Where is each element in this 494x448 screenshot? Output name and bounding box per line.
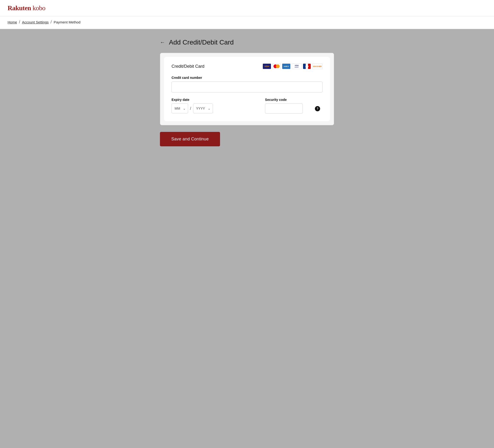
expiry-year-wrapper: YYYY 2024202520262027 2028202920302031 2…: [193, 103, 213, 114]
security-code-label: Security code: [265, 98, 322, 102]
breadcrumb-separator-2: /: [51, 20, 52, 25]
expiry-separator: /: [190, 106, 191, 111]
expiry-month-wrapper: MM 01020304 05060708 09101112: [172, 103, 188, 114]
breadcrumb: Home / Account Settings / Payment Method: [0, 16, 494, 29]
expiry-year-select[interactable]: YYYY 2024202520262027 2028202920302031 2…: [193, 103, 213, 114]
mastercard-icon: [272, 64, 281, 69]
security-input-wrapper: ?: [265, 103, 322, 114]
card-form-container: Credit/Debit Card VISA AMEX: [160, 53, 334, 125]
visa-debit-icon: VISA DEBIT: [292, 64, 302, 69]
expiry-label: Expiry date: [172, 98, 254, 102]
breadcrumb-separator-1: /: [19, 20, 20, 25]
security-help-icon[interactable]: ?: [315, 106, 320, 111]
expiry-inputs: MM 01020304 05060708 09101112 / YYYY 202…: [172, 103, 254, 114]
card-form-inner: Credit/Debit Card VISA AMEX: [164, 57, 330, 121]
breadcrumb-account-settings[interactable]: Account Settings: [22, 20, 49, 24]
header: Rakuten kobo: [0, 0, 494, 16]
jcb-icon: JCB: [303, 64, 311, 69]
save-continue-button[interactable]: Save and Continue: [160, 132, 220, 146]
amex-icon: AMEX: [282, 64, 291, 69]
card-form-title: Credit/Debit Card: [172, 64, 204, 69]
visa-icon: VISA: [263, 64, 271, 69]
expiry-security-row: Expiry date MM 01020304 05060708 0910111…: [172, 98, 322, 114]
credit-card-number-group: Credit card number: [172, 76, 322, 93]
page-body: ← Add Credit/Debit Card Credit/Debit Car…: [152, 29, 342, 156]
breadcrumb-current: Payment Method: [54, 20, 80, 24]
security-code-group: Security code ?: [265, 98, 322, 114]
logo[interactable]: Rakuten kobo: [8, 4, 486, 12]
back-arrow-icon[interactable]: ←: [160, 39, 165, 45]
breadcrumb-home[interactable]: Home: [8, 20, 17, 24]
security-code-input[interactable]: [265, 103, 303, 114]
page-title-row: ← Add Credit/Debit Card: [160, 38, 334, 46]
logo-rakuten: Rakuten: [8, 4, 31, 12]
expiry-month-select[interactable]: MM 01020304 05060708 09101112: [172, 103, 188, 114]
logo-kobo: kobo: [33, 4, 45, 12]
card-form-header: Credit/Debit Card VISA AMEX: [172, 64, 322, 69]
discover-icon: DISCOVER: [312, 64, 322, 69]
expiry-date-group: Expiry date MM 01020304 05060708 0910111…: [172, 98, 254, 114]
card-icons: VISA AMEX VISA DEBIT: [263, 64, 322, 69]
page-title: Add Credit/Debit Card: [169, 38, 234, 46]
credit-card-number-input[interactable]: [172, 81, 322, 93]
credit-card-number-label: Credit card number: [172, 76, 322, 79]
